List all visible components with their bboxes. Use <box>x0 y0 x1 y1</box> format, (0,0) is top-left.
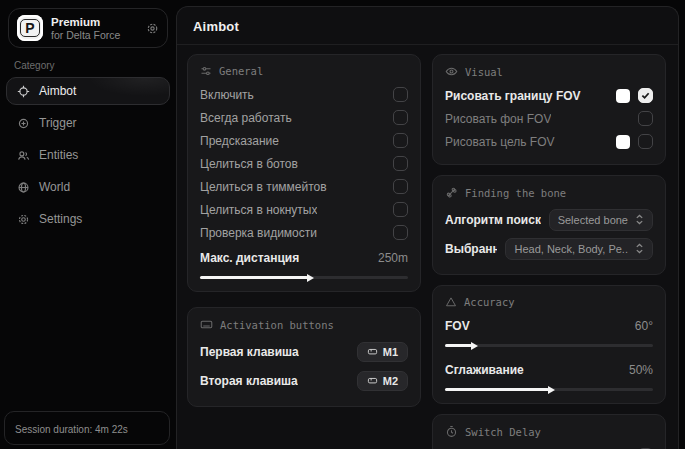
checkbox[interactable] <box>638 88 653 103</box>
dropdown-row: Алгоритм поиска кост Selected bone <box>445 206 653 233</box>
toggle-row: Включить <box>200 84 408 105</box>
select-value: Selected bone <box>558 214 628 226</box>
checkbox[interactable] <box>393 179 408 194</box>
keybind-value: M1 <box>383 346 398 358</box>
brand-subtitle: for Delta Force <box>51 29 138 41</box>
chevron-up-down-icon <box>635 243 644 254</box>
sidebar: P Premium for Delta Force Category Aimbo… <box>0 0 176 449</box>
toggle-label: Целиться в ботов <box>200 157 298 171</box>
dropdown-label: Алгоритм поиска кост <box>445 213 541 227</box>
visual-label: Рисовать цель FOV <box>445 135 555 149</box>
toggle-row: Целиться в тиммейтов <box>200 176 408 197</box>
entities-icon <box>17 149 30 162</box>
card-accuracy: Accuracy FOV 60° Сглаживание <box>432 285 666 404</box>
max-distance-slider-block: Макс. дистанция 250m <box>200 247 408 279</box>
slider-fill[interactable] <box>445 344 472 347</box>
color-swatch[interactable] <box>616 135 630 149</box>
section-title: Activation buttons <box>220 319 334 331</box>
section-title: Switch Delay <box>465 426 541 438</box>
selected-bones-select[interactable]: Head, Neck, Body, Pe.. <box>505 238 653 260</box>
checkbox[interactable] <box>393 87 408 102</box>
category-label: Category <box>14 60 162 71</box>
checkbox[interactable] <box>638 111 653 126</box>
session-duration: Session duration: 4m 22s <box>4 411 170 445</box>
section-title: General <box>219 65 263 77</box>
left-column: General Включить Всегда работать Предска… <box>187 54 421 407</box>
content: General Включить Всегда работать Предска… <box>177 45 678 449</box>
dropdown-row: Выбранные кос Head, Neck, Body, Pe.. <box>445 235 653 262</box>
keybind-button-m2[interactable]: M2 <box>357 371 408 391</box>
keybind-row: Вторая клавиша M2 <box>200 367 408 394</box>
checkbox[interactable] <box>393 133 408 148</box>
slider-fill[interactable] <box>200 276 308 279</box>
slider-fill[interactable] <box>445 388 549 391</box>
sliders-icon <box>200 65 212 77</box>
chevron-up-down-icon <box>635 214 644 225</box>
checkbox[interactable] <box>393 110 408 125</box>
slider-value: 60° <box>635 319 653 333</box>
select-value: Head, Neck, Body, Pe.. <box>514 243 628 255</box>
card-switch-delay: Switch Delay Задержка переключения Задер… <box>432 414 666 449</box>
keybind-value: M2 <box>383 375 398 387</box>
toggle-label: Целиться в нокнутых <box>200 203 317 217</box>
visual-row: Рисовать фон FOV <box>445 108 653 129</box>
trigger-icon <box>17 117 30 130</box>
crosshair-icon <box>17 85 30 98</box>
toggle-row: Целиться в ботов <box>200 153 408 174</box>
color-swatch[interactable] <box>616 89 630 103</box>
toggle-row: Задержка переключения <box>445 445 653 449</box>
gear-icon[interactable] <box>146 22 159 35</box>
mouse-icon <box>367 346 378 357</box>
brand-card: P Premium for Delta Force <box>8 8 168 48</box>
right-column: Visual Рисовать границу FOV Рисовать фон… <box>432 54 666 449</box>
toggle-row: Проверка видимости <box>200 222 408 243</box>
sidebar-item-trigger[interactable]: Trigger <box>6 109 170 137</box>
card-finding-bone: Finding the bone Алгоритм поиска кост Se… <box>432 175 666 275</box>
keybind-label: Первая клавиша <box>200 345 299 359</box>
slider-label: Сглаживание <box>445 363 524 377</box>
main-header: Aimbot <box>177 7 678 45</box>
bone-algorithm-select[interactable]: Selected bone <box>549 209 653 231</box>
section-title: Accuracy <box>464 296 515 308</box>
sidebar-item-aimbot[interactable]: Aimbot <box>6 77 170 105</box>
slider-value: 250m <box>378 251 408 265</box>
brand-logo: P <box>17 15 43 41</box>
page-title: Aimbot <box>193 19 662 34</box>
sidebar-item-world[interactable]: World <box>6 173 170 201</box>
brand-title: Premium <box>51 16 138 28</box>
checkbox[interactable] <box>393 202 408 217</box>
keybind-row: Первая клавиша M1 <box>200 338 408 365</box>
mouse-icon <box>367 375 378 386</box>
keybind-label: Вторая клавиша <box>200 374 298 388</box>
sidebar-item-label: World <box>39 180 70 194</box>
globe-icon <box>17 181 30 194</box>
sidebar-item-label: Aimbot <box>39 84 76 98</box>
toggle-row: Целиться в нокнутых <box>200 199 408 220</box>
gear-icon <box>17 213 30 226</box>
card-visual: Visual Рисовать границу FOV Рисовать фон… <box>432 54 666 165</box>
toggle-row: Предсказание <box>200 130 408 151</box>
sidebar-item-label: Trigger <box>39 116 77 130</box>
bone-icon <box>445 186 458 199</box>
sidebar-nav: Aimbot Trigger Entities <box>6 77 170 233</box>
keybind-button-m1[interactable]: M1 <box>357 342 408 362</box>
toggle-label: Целиться в тиммейтов <box>200 180 327 194</box>
slider-value: 50% <box>629 363 653 377</box>
visual-label: Рисовать фон FOV <box>445 112 551 126</box>
fov-slider[interactable] <box>445 344 653 347</box>
max-distance-slider[interactable] <box>200 276 408 279</box>
sidebar-item-entities[interactable]: Entities <box>6 141 170 169</box>
visual-row: Рисовать цель FOV <box>445 131 653 152</box>
section-title: Finding the bone <box>465 187 566 199</box>
slider-label: Макс. дистанция <box>200 251 299 265</box>
smoothing-slider[interactable] <box>445 388 653 391</box>
checkbox[interactable] <box>393 156 408 171</box>
checkbox[interactable] <box>393 225 408 240</box>
sidebar-item-settings[interactable]: Settings <box>6 205 170 233</box>
toggle-label: Предсказание <box>200 134 279 148</box>
eye-icon <box>445 65 458 78</box>
fov-slider-block: FOV 60° <box>445 315 653 347</box>
toggle-label: Включить <box>200 88 254 102</box>
checkbox[interactable] <box>638 134 653 149</box>
dropdown-label: Выбранные кос <box>445 242 497 256</box>
